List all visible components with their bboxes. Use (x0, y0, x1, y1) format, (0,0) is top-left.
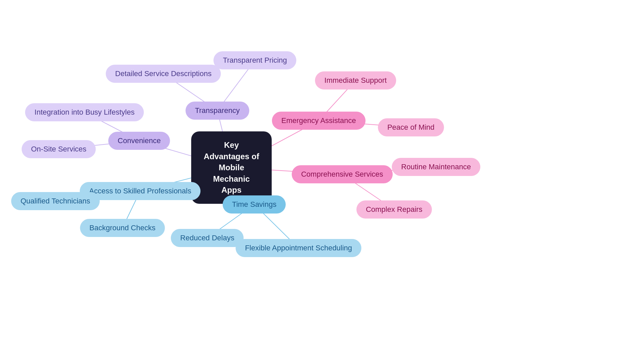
node-label-routine-maintenance: Routine Maintenance (401, 163, 471, 171)
mindmap-container: Key Advantages of Mobile Mechanic Apps C… (0, 0, 644, 363)
node-time-savings: Time Savings (223, 195, 286, 214)
node-label-background-checks: Background Checks (90, 224, 156, 232)
node-peace-of-mind: Peace of Mind (378, 118, 444, 136)
node-label-complex-repairs: Complex Repairs (366, 205, 423, 214)
node-label-reduced-delays: Reduced Delays (180, 234, 234, 242)
node-background-checks: Background Checks (80, 219, 165, 237)
node-label-detailed-service: Detailed Service Descriptions (115, 69, 211, 78)
node-label-access-skilled: Access to Skilled Professionals (89, 187, 191, 195)
node-label-qualified-tech: Qualified Technicians (20, 197, 90, 205)
node-qualified-tech: Qualified Technicians (11, 192, 100, 210)
node-label-on-site: On-Site Services (31, 145, 86, 154)
node-label-time-savings: Time Savings (232, 200, 276, 209)
node-label-comprehensive: Comprehensive Services (301, 170, 383, 179)
node-label-convenience: Convenience (118, 136, 161, 145)
node-on-site: On-Site Services (21, 140, 96, 158)
node-reduced-delays: Reduced Delays (171, 229, 244, 247)
center-node: Key Advantages of Mobile Mechanic Apps (191, 131, 272, 204)
node-label-flexible-appt: Flexible Appointment Scheduling (245, 244, 352, 252)
node-label-integration: Integration into Busy Lifestyles (35, 108, 135, 117)
node-routine-maintenance: Routine Maintenance (392, 158, 480, 176)
node-label-transparency: Transparency (195, 106, 240, 115)
node-comprehensive: Comprehensive Services (292, 165, 393, 183)
node-label-transparent-pricing: Transparent Pricing (223, 56, 287, 65)
node-emergency: Emergency Assistance (272, 112, 366, 130)
node-transparent-pricing: Transparent Pricing (213, 51, 296, 69)
node-convenience: Convenience (108, 132, 170, 150)
node-immediate-support: Immediate Support (315, 71, 396, 89)
node-integration: Integration into Busy Lifestyles (25, 103, 144, 121)
node-flexible-appt: Flexible Appointment Scheduling (235, 239, 361, 257)
node-label-emergency: Emergency Assistance (281, 116, 356, 125)
node-label-immediate-support: Immediate Support (324, 76, 387, 85)
node-detailed-service: Detailed Service Descriptions (106, 65, 221, 83)
node-transparency: Transparency (185, 102, 249, 120)
center-label: Key Advantages of Mobile Mechanic Apps (203, 139, 260, 196)
node-complex-repairs: Complex Repairs (357, 200, 432, 219)
node-label-peace-of-mind: Peace of Mind (387, 123, 435, 132)
